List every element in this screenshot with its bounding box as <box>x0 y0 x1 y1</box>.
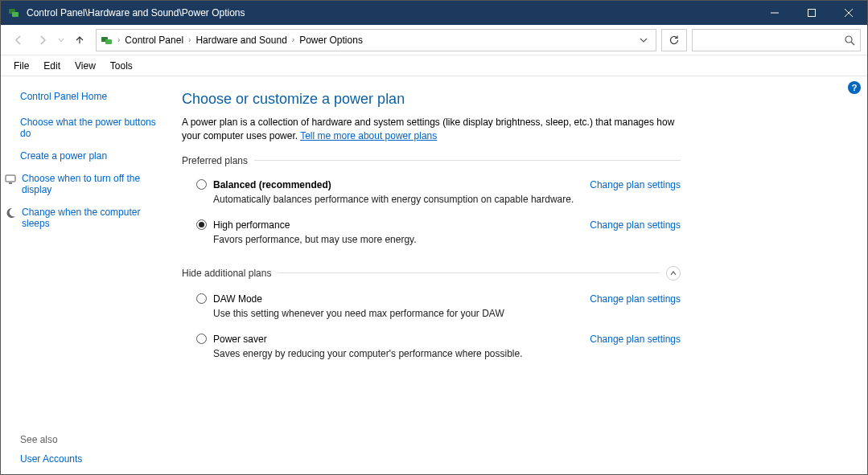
divider <box>278 272 660 273</box>
svg-rect-7 <box>105 39 112 44</box>
see-also-label: See also <box>20 434 167 445</box>
plan-name[interactable]: Power saver <box>213 334 267 345</box>
change-plan-settings-link[interactable]: Change plan settings <box>590 179 681 190</box>
change-plan-settings-link[interactable]: Change plan settings <box>590 219 681 231</box>
plan-high-performance: High performance Change plan settings Fa… <box>182 215 681 255</box>
plan-power-saver: Power saver Change plan settings Saves e… <box>182 329 681 369</box>
chevron-right-icon[interactable]: › <box>292 35 294 44</box>
additional-plans-section: Hide additional plans DAW Mode Change pl… <box>182 266 681 369</box>
titlebar: Control Panel\Hardware and Sound\Power O… <box>1 1 867 25</box>
up-button[interactable] <box>68 29 91 51</box>
menubar: File Edit View Tools <box>1 55 867 76</box>
address-bar[interactable]: › Control Panel › Hardware and Sound › P… <box>96 29 656 51</box>
tell-me-more-link[interactable]: Tell me more about power plans <box>300 130 437 141</box>
moon-icon <box>4 207 17 219</box>
plan-description: Automatically balances performance with … <box>213 194 681 205</box>
page-heading: Choose or customize a power plan <box>182 91 845 108</box>
section-label: Preferred plans <box>182 155 248 166</box>
sidebar-link-turn-off-display[interactable]: Choose when to turn off the display <box>20 173 167 195</box>
plan-name[interactable]: DAW Mode <box>213 293 262 305</box>
search-box[interactable] <box>692 29 861 51</box>
see-also-user-accounts[interactable]: User Accounts <box>20 453 167 465</box>
preferred-plans-section: Preferred plans Balanced (recommended) C… <box>182 155 681 255</box>
menu-view[interactable]: View <box>68 58 102 74</box>
menu-edit[interactable]: Edit <box>37 58 67 74</box>
page-description: A power plan is a collection of hardware… <box>182 116 681 144</box>
sidebar-link-power-buttons[interactable]: Choose what the power buttons do <box>20 117 167 139</box>
chevron-right-icon[interactable]: › <box>117 35 120 44</box>
address-dropdown[interactable] <box>635 36 652 44</box>
chevron-right-icon[interactable]: › <box>188 35 191 44</box>
search-icon[interactable] <box>844 35 855 46</box>
search-input[interactable] <box>697 35 844 46</box>
additional-plans-header: Hide additional plans <box>182 266 681 280</box>
help-icon[interactable]: ? <box>848 81 861 94</box>
plan-description: Saves energy by reducing your computer's… <box>213 348 681 359</box>
plan-name[interactable]: Balanced (recommended) <box>213 179 331 190</box>
sidebar-link-computer-sleeps[interactable]: Change when the computer sleeps <box>20 207 167 229</box>
sidebar-link-label: Choose when to turn off the display <box>22 173 167 195</box>
change-plan-settings-link[interactable]: Change plan settings <box>590 334 681 345</box>
window-title: Control Panel\Hardware and Sound\Power O… <box>27 7 756 18</box>
recent-dropdown[interactable] <box>56 29 67 51</box>
navbar: › Control Panel › Hardware and Sound › P… <box>1 25 867 55</box>
plan-description: Use this setting whenever you need max p… <box>213 308 681 319</box>
radio-daw-mode[interactable] <box>196 293 207 304</box>
maximize-button[interactable] <box>793 1 830 25</box>
svg-rect-1 <box>12 12 19 17</box>
svg-point-8 <box>845 36 852 43</box>
divider <box>254 160 681 161</box>
location-icon <box>100 33 114 47</box>
close-button[interactable] <box>830 1 867 25</box>
breadcrumb-power-options[interactable]: Power Options <box>296 30 366 51</box>
plan-name[interactable]: High performance <box>213 219 290 231</box>
collapse-button[interactable] <box>666 266 681 280</box>
breadcrumb-control-panel[interactable]: Control Panel <box>121 30 187 51</box>
control-panel-home-link[interactable]: Control Panel Home <box>20 91 167 102</box>
plan-daw-mode: DAW Mode Change plan settings Use this s… <box>182 289 681 329</box>
back-button[interactable] <box>7 29 30 51</box>
window-buttons <box>756 1 867 25</box>
menu-tools[interactable]: Tools <box>104 58 139 74</box>
plan-description: Favors performance, but may use more ene… <box>213 234 681 245</box>
forward-button[interactable] <box>31 29 54 51</box>
menu-file[interactable]: File <box>7 58 35 74</box>
breadcrumb-hardware-sound[interactable]: Hardware and Sound <box>192 30 290 51</box>
main-panel: Choose or customize a power plan A power… <box>174 76 867 474</box>
sidebar-link-create-plan[interactable]: Create a power plan <box>20 150 167 162</box>
display-icon <box>4 173 17 186</box>
radio-high-performance[interactable] <box>196 219 207 230</box>
content-area: ? Control Panel Home Choose what the pow… <box>1 76 867 474</box>
svg-rect-10 <box>6 175 15 182</box>
preferred-plans-header: Preferred plans <box>182 155 681 166</box>
svg-rect-3 <box>808 10 816 17</box>
section-label: Hide additional plans <box>182 268 271 279</box>
svg-line-9 <box>851 42 854 45</box>
radio-balanced[interactable] <box>196 179 207 190</box>
plan-balanced: Balanced (recommended) Change plan setti… <box>182 174 681 215</box>
sidebar: Control Panel Home Choose what the power… <box>1 76 174 474</box>
window-frame: Control Panel\Hardware and Sound\Power O… <box>0 0 868 475</box>
sidebar-link-label: Create a power plan <box>20 150 107 162</box>
minimize-button[interactable] <box>756 1 793 25</box>
radio-power-saver[interactable] <box>196 334 207 344</box>
app-icon <box>7 6 20 19</box>
sidebar-link-label: Change when the computer sleeps <box>22 207 167 229</box>
sidebar-link-label: Choose what the power buttons do <box>20 117 167 139</box>
refresh-button[interactable] <box>661 29 687 51</box>
change-plan-settings-link[interactable]: Change plan settings <box>590 293 681 305</box>
